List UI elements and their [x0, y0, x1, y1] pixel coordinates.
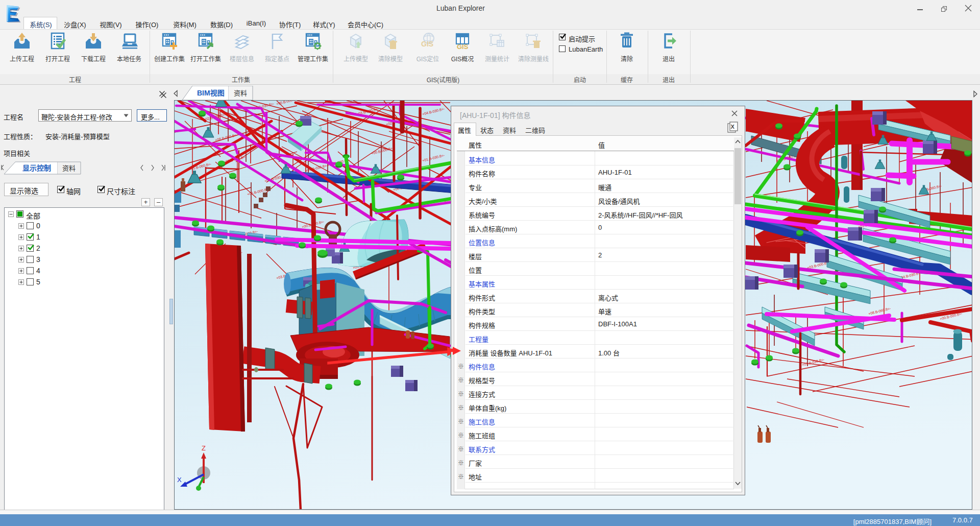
svg-text:资料: 资料: [234, 89, 247, 97]
svg-text:BIM视图: BIM视图: [197, 89, 225, 97]
svg-text:GIS: GIS: [421, 40, 433, 48]
svg-text:GIS: GIS: [457, 43, 469, 51]
svg-text:显示控制: 显示控制: [22, 164, 51, 172]
svg-text:X: X: [177, 476, 182, 484]
svg-text:资料: 资料: [62, 164, 76, 172]
svg-text:X: X: [731, 124, 735, 130]
svg-text:Z: Z: [202, 444, 206, 452]
